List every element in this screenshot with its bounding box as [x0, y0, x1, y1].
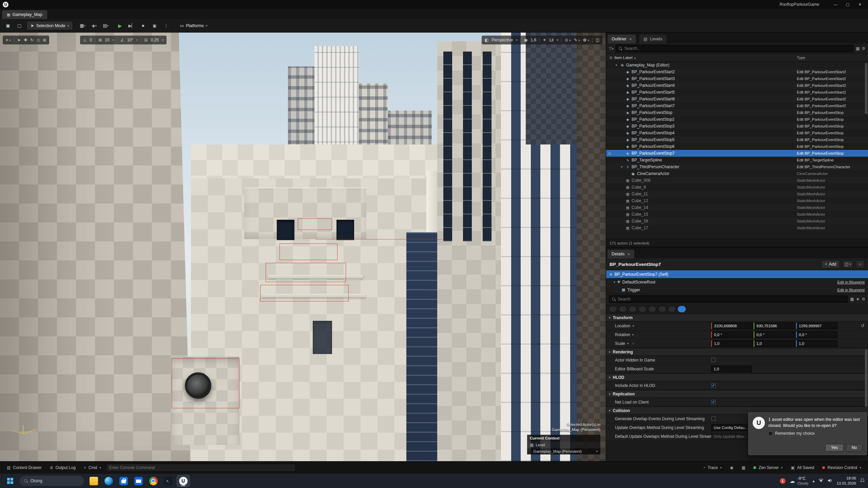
actor-type-link[interactable]: StaticMeshActor: [797, 212, 867, 216]
play-button[interactable]: ▶: [115, 21, 124, 30]
edit-in-blueprint-link[interactable]: Edit in Blueprint: [837, 288, 865, 292]
play-options-dots-icon[interactable]: ⋮: [161, 21, 171, 30]
location-y-field[interactable]: 930,751586: [754, 323, 795, 329]
filter-chip[interactable]: [658, 306, 666, 312]
actor-type-link[interactable]: StaticMeshActor: [797, 178, 867, 182]
filter-chip[interactable]: [668, 306, 676, 312]
clock-widget[interactable]: 18:06 13.01.2026: [836, 476, 856, 486]
stop-button[interactable]: ■: [138, 21, 148, 30]
menu-item[interactable]: [54, 3, 60, 6]
outliner-row[interactable]: ▦ Cube_14 StaticMeshActor: [606, 204, 868, 211]
rotation-y-field[interactable]: 0,0 °: [754, 331, 795, 338]
filter-chip[interactable]: [678, 306, 686, 312]
menu-item[interactable]: [42, 3, 48, 6]
outliner-row[interactable]: ◉ CineCameraActor CineCameraActor: [606, 170, 868, 177]
capture-button[interactable]: ◉: [727, 463, 737, 472]
scale-lock-icon[interactable]: ○: [632, 341, 634, 345]
taskbar-app[interactable]: [161, 475, 175, 487]
menu-item[interactable]: [17, 3, 23, 6]
console-command-input[interactable]: [106, 464, 296, 472]
item-label-column[interactable]: Item Label▴: [614, 56, 797, 60]
actor-type-link[interactable]: Edit BP_ParkourEventStop: [797, 117, 867, 121]
outliner-row[interactable]: ▦ Cube_17 StaticMeshActor: [606, 225, 868, 231]
revision-control-dropdown[interactable]: Revision Control▾: [819, 463, 865, 472]
include-hlod-checkbox[interactable]: [711, 383, 716, 388]
scale-x-field[interactable]: 1,0: [711, 340, 753, 347]
tray-chevron-icon[interactable]: ▴: [812, 479, 814, 483]
scale-snap-icon[interactable]: ⊟: [144, 38, 148, 42]
outliner-row[interactable]: ▦ Cube_9 StaticMeshActor: [606, 184, 868, 191]
grid-snap-value[interactable]: 10: [105, 38, 109, 42]
zen-server-dropdown[interactable]: Zen Server▾: [750, 463, 786, 472]
filter-chip[interactable]: [638, 306, 647, 312]
taskbar-app[interactable]: [176, 475, 190, 487]
outliner-row[interactable]: ⊙ ◈ BP_ParkourEventStop7 Edit BP_Parkour…: [606, 150, 868, 157]
angle-snap-icon[interactable]: ∠: [120, 38, 124, 42]
favorites-star-icon[interactable]: ★: [856, 297, 860, 301]
actor-type-link[interactable]: Edit BP_ParkourEventStop: [797, 151, 867, 155]
actor-type-link[interactable]: Edit BP_ParkourEventStart2: [797, 97, 867, 101]
filter-chip[interactable]: [648, 306, 656, 312]
outliner-search-input[interactable]: [624, 46, 851, 51]
select-tool-icon[interactable]: ➤: [17, 38, 21, 42]
notification-badge[interactable]: 1: [780, 478, 786, 484]
close-tab-icon[interactable]: ✕: [627, 252, 630, 256]
detach-button[interactable]: ▣: [150, 21, 159, 30]
actor-type-link[interactable]: Edit BP_ParkourEventStop: [797, 144, 867, 149]
selection-mode-dropdown[interactable]: ➤ Selection Mode ▾: [26, 21, 73, 30]
blueprints-dropdown[interactable]: ◈▾: [90, 21, 99, 30]
outliner-row[interactable]: ▾ ⊕ Gameplay_Map (Editor): [606, 62, 868, 69]
location-dropdown[interactable]: Location▾: [615, 324, 711, 328]
menu-item[interactable]: [23, 3, 30, 6]
rotation-dropdown[interactable]: Rotation▾: [615, 332, 711, 337]
tab-details[interactable]: Details ✕: [607, 250, 634, 258]
component-scene-root-row[interactable]: ▾ ✚ DefaultSceneRoot Edit in Blueprint: [606, 278, 868, 286]
outliner-row[interactable]: ◈ BP_ParkourEventStop4 Edit BP_ParkourEv…: [606, 130, 868, 136]
outliner-row[interactable]: ▦ Cube_11 StaticMeshActor: [606, 191, 868, 197]
actor-type-link[interactable]: Edit BP_TargetSpline: [797, 158, 867, 162]
close-button[interactable]: ✕: [854, 0, 866, 9]
cmd-dropdown[interactable]: >Cmd▾: [80, 463, 104, 472]
expander-icon[interactable]: ▾: [620, 165, 624, 169]
move-tool-icon[interactable]: ✚: [24, 38, 27, 42]
section-hlod[interactable]: ▾HLOD: [606, 373, 868, 381]
actor-hidden-checkbox[interactable]: [711, 358, 716, 362]
taskbar-app[interactable]: [147, 475, 160, 487]
no-button[interactable]: No: [846, 444, 863, 451]
taskbar-app[interactable]: [87, 475, 100, 487]
net-load-checkbox[interactable]: [711, 400, 716, 404]
show-flags-icon[interactable]: ⊙ ▾: [565, 38, 571, 42]
viewport-settings-icon[interactable]: ✿ ▾: [583, 38, 589, 42]
start-button[interactable]: [3, 475, 17, 487]
outliner-row[interactable]: ◈ BP_ParkourEventStop5 Edit BP_ParkourEv…: [606, 136, 868, 143]
content-drawer-button[interactable]: ▧Content Drawer: [3, 463, 45, 472]
filter-chip[interactable]: [619, 306, 627, 312]
scale-tool-icon[interactable]: ◇: [37, 38, 40, 42]
outliner-row[interactable]: ◈ BP_ParkourEventStart3 Edit BP_ParkourE…: [606, 75, 868, 82]
outliner-scrollbar[interactable]: [865, 63, 867, 114]
add-content-dropdown[interactable]: ▦▾: [78, 21, 87, 30]
camera-mode-dropdown[interactable]: Perspective: [491, 38, 513, 42]
reset-location-icon[interactable]: ↺: [861, 323, 865, 328]
lock-details-button[interactable]: ○: [856, 260, 865, 268]
actor-type-link[interactable]: Edit BP_ParkourEventStop: [797, 111, 867, 115]
level-value-dropdown[interactable]: Gameplay_Map (Persistent) ▾: [527, 448, 600, 454]
filter-funnel-icon[interactable]: ▽▾: [609, 46, 614, 51]
weather-widget[interactable]: ☁ -9°CCloudy: [790, 476, 809, 486]
filter-chip[interactable]: [629, 306, 637, 312]
actor-type-link[interactable]: Edit BP_ParkourEventStop: [797, 138, 867, 142]
outliner-search-box[interactable]: [616, 45, 854, 52]
taskbar-app[interactable]: [102, 475, 115, 487]
details-view-options-button[interactable]: ◫▾: [843, 260, 853, 268]
actor-type-link[interactable]: Edit BP_ParkourEventStart2: [797, 77, 867, 81]
scale-y-field[interactable]: 1,0: [754, 340, 795, 347]
add-component-button[interactable]: +Add: [821, 260, 840, 268]
details-display-icon[interactable]: ▦: [850, 297, 854, 301]
output-log-button[interactable]: ≣Output Log: [46, 463, 79, 472]
actor-type-link[interactable]: Edit BP_ThirdPersonCharacter: [797, 165, 867, 169]
outliner-row[interactable]: ◈ BP_ParkourEventStop3 Edit BP_ParkourEv…: [606, 123, 868, 130]
visibility-column-icon[interactable]: ⊙: [607, 55, 614, 60]
outliner-row[interactable]: ◈ BP_ParkourEventStart6 Edit BP_ParkourE…: [606, 96, 868, 102]
viewmode-options-icon[interactable]: ✎ ▾: [574, 38, 580, 42]
outliner-row[interactable]: ▾ ◊ BP_ThirdPersonCharacter Edit BP_Thir…: [606, 163, 868, 170]
